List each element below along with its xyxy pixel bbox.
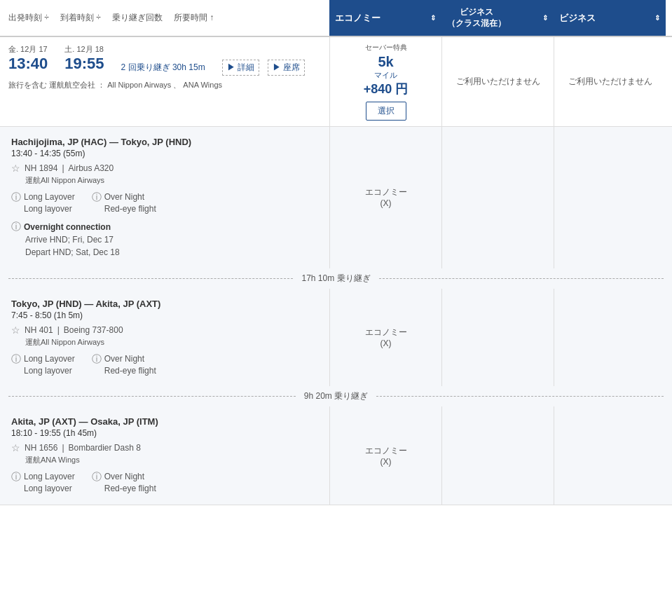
layover-line xyxy=(8,278,293,279)
overnight-title: ⓘ Overnight connection xyxy=(11,221,318,233)
server-tokuten-label: セーバー特典 xyxy=(365,43,407,53)
arrival-time: 19:55 xyxy=(64,55,104,73)
segment-left: Tokyo, JP (HND) — Akita, JP (AXT) 7:45 -… xyxy=(0,289,329,387)
airline-name: 運航ANA Wings xyxy=(25,455,318,465)
select-button[interactable]: 選択 xyxy=(366,102,406,121)
stops-count: 2 回乗り継ぎ 30h 15m xyxy=(121,62,205,74)
aircraft: Bombardier Dash 8 xyxy=(69,443,141,453)
business-label: ビジネス xyxy=(559,12,596,25)
economy-header[interactable]: エコノミー ⇕ xyxy=(329,0,441,36)
segment-economy-cell: エコノミー (X) xyxy=(329,406,441,505)
departure-sort[interactable]: 出発時刻 ÷ xyxy=(8,12,49,24)
arrival-date-col: 土. 12月 18 19:55 xyxy=(64,44,104,76)
departure-date: 金. 12月 17 xyxy=(8,44,48,55)
detail-link[interactable]: ▶ 詳細 xyxy=(222,60,259,76)
segment-economy-cell: エコノミー (X) xyxy=(329,127,441,268)
warning-icon: ⓘ xyxy=(11,353,21,366)
business-mixed-sort-icon[interactable]: ⇕ xyxy=(542,14,548,22)
warning-label: Over Night xyxy=(104,471,156,483)
segment-business-cell xyxy=(554,127,666,268)
warning-text: Over Night Red-eye flight xyxy=(104,471,156,495)
segment-times: 13:40 - 14:35 (55m) xyxy=(11,149,318,158)
miles-label: マイル xyxy=(374,70,397,81)
warning-sub: Red-eye flight xyxy=(104,365,156,377)
warning-icon: ⓘ xyxy=(11,471,21,484)
arrival-sort[interactable]: 到着時刻 ÷ xyxy=(60,12,101,24)
segment-left: Hachijojima, JP (HAC) — Tokyo, JP (HND) … xyxy=(0,127,329,268)
seat-link[interactable]: ▶ 座席 xyxy=(268,60,305,76)
warning-text: Over Night Red-eye flight xyxy=(104,353,156,377)
warning-text: Long Layover Long layover xyxy=(24,191,75,215)
segment-route: Tokyo, JP (HND) — Akita, JP (AXT) xyxy=(11,299,318,309)
warning-icon: ⓘ xyxy=(92,353,102,366)
segment-business-mixed-cell xyxy=(441,289,554,387)
price-yen: +840 円 xyxy=(364,81,409,97)
warning-row: ⓘ Long Layover Long layover ⓘ Over Night… xyxy=(11,471,318,495)
warning-label: Long Layover xyxy=(24,353,75,365)
economy-label: エコノミー xyxy=(335,12,380,25)
cabin-class: エコノミー xyxy=(365,186,407,198)
overnight-label: Overnight connection xyxy=(24,222,111,232)
segment-route: Akita, JP (AXT) — Osaka, JP (ITM) xyxy=(11,416,318,427)
airline-name: 運航All Nippon Airways xyxy=(25,337,318,348)
flight-summary-left: 金. 12月 17 13:40 土. 12月 18 19:55 2 回乗り継ぎ … xyxy=(0,37,329,126)
warning-text: Over Night Red-eye flight xyxy=(104,191,156,215)
business-header[interactable]: ビジネス ⇕ xyxy=(554,0,666,36)
star-icon: ☆ xyxy=(11,442,20,453)
airline-name: 運航All Nippon Airways xyxy=(25,175,318,186)
departure-date-col: 金. 12月 17 13:40 xyxy=(8,44,48,76)
warning-sub: Red-eye flight xyxy=(104,483,156,495)
stops-label: 乗り継ぎ回数 xyxy=(112,12,163,24)
business-sort-icon[interactable]: ⇕ xyxy=(654,14,660,22)
flight-links: ▶ 詳細 ▶ 座席 xyxy=(222,44,306,76)
cabin-code: (X) xyxy=(380,338,392,348)
layover-text: 17h 10m 乗り継ぎ xyxy=(301,273,370,285)
cabin-class: エコノミー xyxy=(365,327,407,338)
segment-flight: ☆ NH 401 | Boeing 737-800 xyxy=(11,324,318,336)
layover-line-right xyxy=(376,396,664,397)
warning-label: Long Layover xyxy=(24,191,75,203)
layover-divider: 9h 20m 乗り継ぎ xyxy=(0,386,672,406)
stops-duration: 2 回乗り継ぎ 30h 15m xyxy=(121,44,205,76)
warning-icon: ⓘ xyxy=(92,471,102,484)
detail-section: Hachijojima, JP (HAC) — Tokyo, JP (HND) … xyxy=(0,127,672,505)
star-icon: ☆ xyxy=(11,163,20,174)
overnight-depart: Depart HND; Sat, Dec 18 xyxy=(25,246,318,259)
layover-line-right xyxy=(379,278,664,279)
warning-sub: Long layover xyxy=(24,483,75,495)
separator: | xyxy=(62,163,64,173)
warning-label: Over Night xyxy=(104,353,156,365)
segment-economy-cell: エコノミー (X) xyxy=(329,289,441,387)
cabin-class: エコノミー xyxy=(365,445,407,457)
business-mixed-unavailable: ご利用いただけません xyxy=(441,37,554,126)
warning-icon: ⓘ xyxy=(92,191,102,204)
economy-sort-icon[interactable]: ⇕ xyxy=(430,14,436,22)
warning-label: Long Layover xyxy=(24,471,75,483)
warning-item: ⓘ Long Layover Long layover xyxy=(11,471,75,495)
segment-route: Hachijojima, JP (HAC) — Tokyo, JP (HND) xyxy=(11,137,318,147)
warning-sub: Long layover xyxy=(24,203,75,215)
arrival-date: 土. 12月 18 xyxy=(64,44,104,55)
segment-row: Akita, JP (AXT) — Osaka, JP (ITM) 18:10 … xyxy=(0,406,672,505)
segment-business-mixed-cell xyxy=(441,127,554,268)
segment-row: Hachijojima, JP (HAC) — Tokyo, JP (HND) … xyxy=(0,127,672,268)
segment-flight: ☆ NH 1894 | Airbus A320 xyxy=(11,163,318,174)
segment-flight: ☆ NH 1656 | Bombardier Dash 8 xyxy=(11,442,318,453)
warning-icon: ⓘ xyxy=(11,191,21,204)
segment-times: 7:45 - 8:50 (1h 5m) xyxy=(11,310,318,320)
warning-text: Long Layover Long layover xyxy=(24,471,75,495)
layover-line xyxy=(8,396,296,397)
overnight-arrive: Arrive HND; Fri, Dec 17 xyxy=(25,233,318,246)
star-icon: ☆ xyxy=(11,324,20,336)
overnight-icon: ⓘ xyxy=(11,221,21,233)
warning-item: ⓘ Over Night Red-eye flight xyxy=(92,471,156,495)
duration-sort[interactable]: 所要時間 ↑ xyxy=(174,12,214,24)
departure-time: 13:40 xyxy=(8,55,48,73)
cabin-code: (X) xyxy=(380,457,392,467)
miles-row: 5k xyxy=(378,54,393,70)
overnight-note: ⓘ Overnight connection Arrive HND; Fri, … xyxy=(11,221,318,259)
business-mixed-header[interactable]: ビジネス（クラス混在） ⇕ xyxy=(441,0,554,36)
warning-item: ⓘ Long Layover Long layover xyxy=(11,191,75,215)
warning-sub: Long layover xyxy=(24,365,75,377)
segment-business-mixed-cell xyxy=(441,406,554,505)
